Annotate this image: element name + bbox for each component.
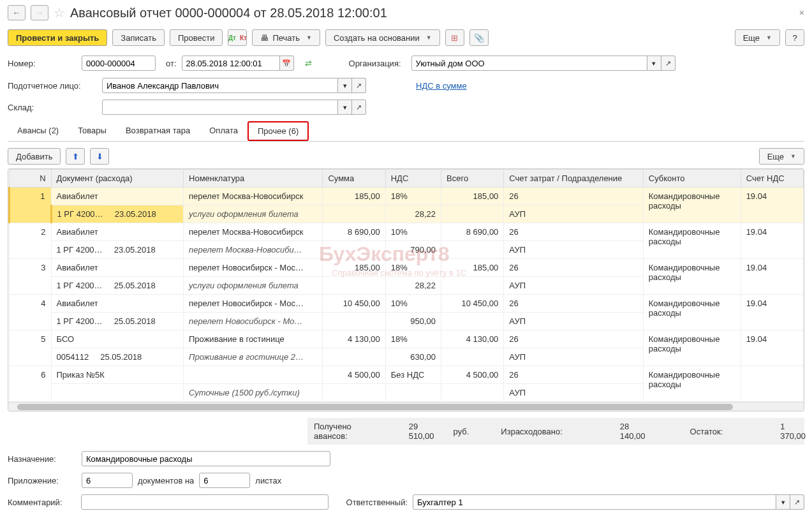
col-sum[interactable]: Сумма — [323, 170, 385, 188]
spent-label: Израсходовано: — [501, 427, 562, 436]
scrollbar-thumb[interactable] — [17, 404, 733, 410]
tab-oplata[interactable]: Оплата — [200, 121, 247, 141]
save-button[interactable]: Записать — [112, 29, 165, 46]
pages-label: листах — [255, 476, 281, 485]
col-nds-acc[interactable]: Счет НДС — [741, 170, 803, 188]
more-button[interactable]: Еще▼ — [735, 29, 780, 46]
warehouse-dropdown[interactable]: ▾ — [338, 100, 352, 115]
rest-label: Остаток: — [690, 427, 723, 436]
printer-icon: 🖶 — [260, 33, 269, 43]
org-open[interactable]: ↗ — [661, 56, 675, 71]
warehouse-label: Склад: — [8, 103, 97, 112]
date-input[interactable] — [182, 56, 280, 71]
nav-back-button[interactable]: ← — [8, 5, 26, 20]
col-acc[interactable]: Счет затрат / Подразделение — [504, 170, 643, 188]
tabs: Авансы (2) Товары Возвратная тара Оплата… — [8, 121, 804, 142]
structure-button[interactable]: ⊞ — [445, 29, 464, 46]
avans-label: Получено авансов: — [314, 422, 351, 441]
tab-tovary[interactable]: Товары — [68, 121, 116, 141]
favorite-star-icon[interactable]: ☆ — [54, 5, 65, 20]
page-title: Авансовый отчет 0000-000004 от 28.05.201… — [70, 6, 387, 20]
table-row[interactable]: 5БСОПроживание в гостинице4 130,0018%4 1… — [10, 330, 804, 348]
purpose-input[interactable] — [82, 451, 330, 466]
resp-label: Ответственный: — [346, 498, 408, 507]
table-row[interactable]: 6Приказ №5К4 500,00Без НДС4 500,0026Кома… — [10, 366, 804, 384]
attach-label: Приложение: — [8, 476, 77, 485]
help-button[interactable]: ? — [785, 29, 804, 46]
number-input[interactable] — [82, 56, 156, 71]
calendar-icon: 📅 — [282, 59, 291, 68]
chevron-down-icon: ▼ — [790, 153, 796, 159]
table-row[interactable]: 3Авиабилетперелет Новосибирск - Мос…185,… — [10, 259, 804, 277]
warehouse-open[interactable]: ↗ — [352, 100, 366, 115]
table-container: N Документ (расхода) Номенклатура Сумма … — [8, 168, 804, 411]
print-button[interactable]: 🖶Печать▼ — [252, 29, 320, 46]
comment-label: Комментарий: — [8, 498, 76, 507]
arrow-icon: ⇄ — [305, 59, 312, 68]
arrow-up-icon: ⬆ — [72, 152, 79, 161]
tab-vozvrat-tara[interactable]: Возвратная тара — [116, 121, 200, 141]
open-icon: ↗ — [794, 498, 800, 507]
chevron-down-icon: ▾ — [343, 103, 347, 112]
calendar-button[interactable]: 📅 — [280, 56, 294, 71]
warehouse-input[interactable] — [102, 100, 338, 115]
person-input[interactable] — [102, 78, 338, 93]
resp-input[interactable] — [413, 494, 776, 510]
col-n[interactable]: N — [10, 170, 52, 188]
post-button[interactable]: Провести — [170, 29, 223, 46]
create-based-button[interactable]: Создать на основании▼ — [325, 29, 440, 46]
date-action-button[interactable]: ⇄ — [299, 55, 318, 71]
chevron-down-icon: ▾ — [652, 59, 656, 68]
move-up-button[interactable]: ⬆ — [66, 148, 85, 165]
attachment-button[interactable]: 📎 — [469, 29, 489, 46]
open-icon: ↗ — [665, 59, 671, 68]
pages-input[interactable] — [199, 473, 250, 488]
tab-prochee[interactable]: Прочее (6) — [247, 121, 309, 141]
table-more-button[interactable]: Еще▼ — [759, 148, 804, 165]
col-total[interactable]: Всего — [441, 170, 504, 188]
resp-dropdown[interactable]: ▾ — [776, 494, 790, 510]
tree-icon: ⊞ — [451, 33, 458, 43]
table-row[interactable]: 4Авиабилетперелет Новосибирск - Мос…10 4… — [10, 295, 804, 313]
chevron-down-icon: ▾ — [781, 498, 785, 507]
post-and-close-button[interactable]: Провести и закрыть — [8, 29, 107, 46]
col-doc[interactable]: Документ (расхода) — [51, 170, 184, 188]
dtkt-button[interactable]: ДтКт — [228, 29, 247, 46]
spent-value: 28 140,00 — [620, 422, 646, 441]
arrow-down-icon: ⬇ — [96, 152, 103, 161]
number-label: Номер: — [8, 59, 77, 68]
col-nds[interactable]: НДС — [385, 170, 441, 188]
open-icon: ↗ — [356, 103, 362, 112]
chevron-down-icon: ▾ — [343, 82, 347, 90]
person-open[interactable]: ↗ — [352, 78, 366, 93]
close-button[interactable]: × — [799, 8, 804, 18]
person-dropdown[interactable]: ▾ — [338, 78, 352, 93]
resp-open[interactable]: ↗ — [790, 494, 804, 510]
org-label: Организация: — [349, 59, 406, 68]
docs-on-label: документов на — [138, 476, 194, 485]
nds-link[interactable]: НДС в сумме — [416, 81, 467, 91]
expenses-table[interactable]: N Документ (расхода) Номенклатура Сумма … — [8, 169, 804, 402]
add-row-button[interactable]: Добавить — [8, 148, 61, 165]
currency: руб. — [454, 427, 469, 436]
purpose-label: Назначение: — [8, 454, 77, 464]
col-sub[interactable]: Субконто — [643, 170, 741, 188]
horizontal-scrollbar[interactable] — [8, 402, 804, 411]
from-label: от: — [166, 59, 177, 68]
paperclip-icon: 📎 — [474, 33, 484, 43]
col-nom[interactable]: Номенклатура — [184, 170, 323, 188]
org-input[interactable] — [411, 56, 647, 71]
docs-input[interactable] — [82, 473, 133, 488]
table-row[interactable]: 1Авиабилетперелет Москва-Новосибирск185,… — [10, 188, 804, 205]
chevron-down-icon: ▼ — [306, 34, 312, 41]
org-dropdown[interactable]: ▾ — [647, 56, 661, 71]
tab-avansy[interactable]: Авансы (2) — [8, 121, 68, 141]
table-row[interactable]: 2Авиабилетперелет Москва-Новосибирск8 69… — [10, 223, 804, 241]
comment-input[interactable] — [81, 494, 328, 510]
chevron-down-icon: ▼ — [426, 34, 432, 41]
move-down-button[interactable]: ⬇ — [90, 148, 109, 165]
rest-value: 1 370,00 — [780, 422, 806, 441]
avans-value: 29 510,00 — [409, 422, 434, 441]
nav-forward-button[interactable]: → — [31, 5, 48, 20]
person-label: Подотчетное лицо: — [8, 81, 97, 91]
